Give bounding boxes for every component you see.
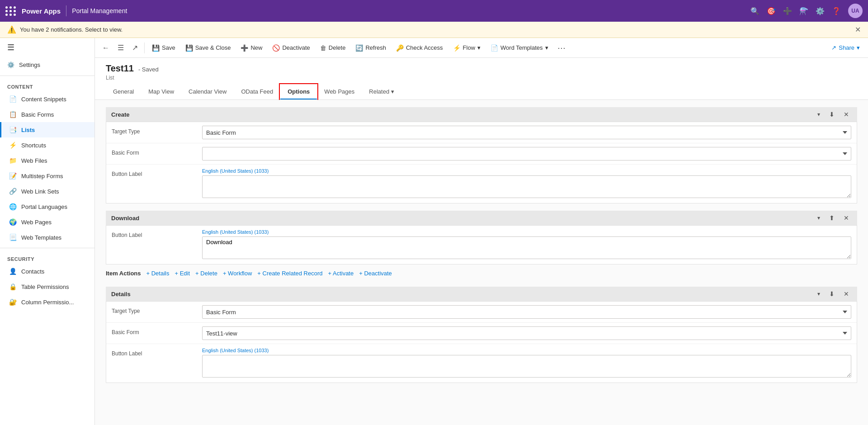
form-row-target-type-create: Target Type Basic Form <box>106 122 857 143</box>
sidebar-item-label: Web Files <box>21 157 47 164</box>
create-section-move-down[interactable]: ⬇ <box>826 110 837 119</box>
form-row-basic-form-details: Basic Form Test11-view <box>106 323 857 344</box>
refresh-button[interactable]: 🔄 Refresh <box>351 42 391 54</box>
copilot-icon[interactable]: 🎯 <box>767 7 776 15</box>
delete-button[interactable]: 🗑 Delete <box>316 42 350 54</box>
sidebar-item-shortcuts[interactable]: ⚡ Shortcuts <box>0 137 94 153</box>
share-icon: ↗ <box>831 44 836 51</box>
tabs-row: General Map View Calendar View OData Fee… <box>106 85 857 99</box>
sidebar-item-lists[interactable]: 📑 Lists <box>0 122 94 137</box>
target-type-details-control: Basic Form <box>202 305 851 319</box>
button-label-create-textarea[interactable] <box>202 175 851 198</box>
form-row-target-type-details: Target Type Basic Form <box>106 302 857 323</box>
web-templates-icon: 📃 <box>9 234 17 241</box>
form-row-basic-form-create: Basic Form <box>106 143 857 165</box>
sidebar-item-label: Content Snippets <box>21 96 66 103</box>
related-chevron-icon: ▾ <box>391 88 394 95</box>
tab-options[interactable]: Options <box>280 85 317 99</box>
form-row-button-label-download: Button Label English (United States) (10… <box>106 226 857 264</box>
check-access-icon: 🔑 <box>396 44 404 52</box>
button-label-download-textarea[interactable] <box>202 236 851 259</box>
help-icon[interactable]: ❓ <box>832 7 841 15</box>
basic-form-create-select[interactable] <box>202 147 851 161</box>
sidebar-item-multistep-forms[interactable]: 📝 Multistep Forms <box>0 168 94 184</box>
sidebar-item-basic-forms[interactable]: 📋 Basic Forms <box>0 107 94 122</box>
home-button[interactable]: ☰ <box>114 41 127 55</box>
sidebar-item-web-link-sets[interactable]: 🔗 Web Link Sets <box>0 184 94 199</box>
filter-icon[interactable]: ⚗️ <box>799 7 808 15</box>
sidebar-item-label: Column Permissio... <box>21 299 74 306</box>
basic-form-details-select[interactable]: Test11-view <box>202 326 851 340</box>
tab-related[interactable]: Related ▾ <box>362 85 401 99</box>
search-icon[interactable]: 🔍 <box>750 7 760 15</box>
button-label-create-lang: English (United States) (1033) <box>202 168 851 174</box>
notification-text[interactable]: You have 2 notifications. Select to view… <box>20 26 123 33</box>
word-templates-button[interactable]: 📄 Word Templates ▾ <box>486 42 552 54</box>
share-button[interactable]: ↗ Share ▾ <box>827 42 864 54</box>
create-section-dropdown[interactable]: ▾ <box>815 110 823 118</box>
details-section-dropdown[interactable]: ▾ <box>815 290 823 298</box>
item-action-details[interactable]: + Details <box>146 270 170 277</box>
create-section-close[interactable]: ✕ <box>841 110 852 119</box>
sidebar-item-table-permissions[interactable]: 🔒 Table Permissions <box>0 279 94 294</box>
notification-close-button[interactable]: ✕ <box>855 25 861 34</box>
sidebar-item-web-pages[interactable]: 🌍 Web Pages <box>0 214 94 230</box>
tab-general[interactable]: General <box>106 85 141 99</box>
item-action-workflow[interactable]: + Workflow <box>223 270 252 277</box>
sidebar-item-web-templates[interactable]: 📃 Web Templates <box>0 230 94 245</box>
more-commands-button[interactable]: ⋯ <box>554 40 569 56</box>
new-label: New <box>250 44 262 51</box>
sidebar-item-label: Lists <box>21 127 35 133</box>
basic-form-create-label: Basic Form <box>112 147 202 156</box>
download-section-move-up[interactable]: ⬆ <box>826 213 837 222</box>
download-section-close[interactable]: ✕ <box>841 213 852 222</box>
item-action-deactivate[interactable]: + Deactivate <box>359 270 392 277</box>
sidebar-item-web-files[interactable]: 📁 Web Files <box>0 153 94 168</box>
item-actions-row: Item Actions + Details + Edit + Delete +… <box>106 264 857 279</box>
target-type-create-select[interactable]: Basic Form <box>202 126 851 139</box>
tab-map-view[interactable]: Map View <box>141 85 181 99</box>
basic-form-create-control <box>202 147 851 161</box>
item-action-activate[interactable]: + Activate <box>328 270 354 277</box>
gear-icon: ⚙️ <box>7 61 14 68</box>
sidebar-item-settings[interactable]: ⚙️ Settings <box>0 57 94 73</box>
details-section-move-down[interactable]: ⬇ <box>826 289 837 298</box>
save-close-label: Save & Close <box>195 44 231 51</box>
word-templates-label: Word Templates <box>500 44 542 51</box>
tab-web-pages[interactable]: Web Pages <box>317 85 362 99</box>
settings-icon[interactable]: ⚙️ <box>816 7 825 15</box>
sidebar-item-label: Contacts <box>21 268 44 275</box>
app-launcher-button[interactable] <box>5 6 16 16</box>
sidebar-item-contacts[interactable]: 👤 Contacts <box>0 264 94 279</box>
basic-forms-icon: 📋 <box>9 111 17 118</box>
save-button[interactable]: 💾 Save <box>147 42 180 54</box>
tab-odata-feed[interactable]: OData Feed <box>234 85 280 99</box>
sidebar-item-portal-languages[interactable]: 🌐 Portal Languages <box>0 199 94 214</box>
settings-label: Settings <box>19 61 40 68</box>
button-label-details-textarea[interactable] <box>202 355 851 378</box>
button-label-details-control: English (United States) (1033) <box>202 348 851 379</box>
flow-button[interactable]: ⚡ Flow ▾ <box>448 42 485 54</box>
web-pages-icon: 🌍 <box>9 218 17 226</box>
tab-calendar-view[interactable]: Calendar View <box>181 85 234 99</box>
save-close-button[interactable]: 💾 Save & Close <box>181 42 236 54</box>
download-section-dropdown[interactable]: ▾ <box>815 214 823 222</box>
sidebar-item-content-snippets[interactable]: 📄 Content Snippets <box>0 91 94 107</box>
target-type-details-select[interactable]: Basic Form <box>202 305 851 319</box>
open-in-new-button[interactable]: ↗ <box>128 41 142 55</box>
avatar[interactable]: UA <box>848 4 863 18</box>
details-section-close[interactable]: ✕ <box>841 289 852 298</box>
item-action-create-related[interactable]: + Create Related Record <box>257 270 322 277</box>
item-action-edit[interactable]: + Edit <box>175 270 190 277</box>
content-section-label: Content <box>0 79 94 91</box>
back-button[interactable]: ← <box>99 41 113 55</box>
item-action-delete[interactable]: + Delete <box>195 270 217 277</box>
add-icon[interactable]: ➕ <box>783 7 792 15</box>
sidebar-item-column-permissions[interactable]: 🔐 Column Permissio... <box>0 294 94 310</box>
new-button[interactable]: ➕ New <box>236 42 267 54</box>
deactivate-button[interactable]: 🚫 Deactivate <box>268 42 314 54</box>
check-access-button[interactable]: 🔑 Check Access <box>392 42 448 54</box>
hamburger-menu-button[interactable]: ☰ <box>0 38 94 57</box>
sidebar-item-label: Portal Languages <box>21 203 67 210</box>
app-name: Power Apps <box>22 7 61 15</box>
